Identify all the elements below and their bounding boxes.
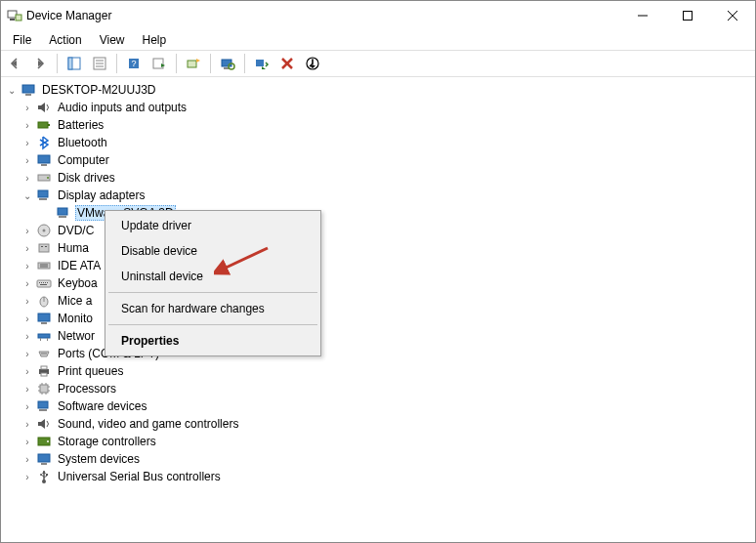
maximize-button[interactable] — [665, 1, 710, 30]
ctx-disable-device[interactable]: Disable device — [107, 238, 318, 264]
svg-rect-56 — [40, 338, 41, 341]
show-hide-tree-button[interactable] — [63, 52, 86, 75]
ctx-uninstall-device[interactable]: Uninstall device — [107, 264, 318, 289]
expand-icon[interactable]: › — [21, 243, 34, 254]
tree-print-queues[interactable]: › Print queues — [3, 362, 755, 380]
collapse-icon[interactable]: ⌄ — [5, 85, 19, 96]
menu-help[interactable]: Help — [135, 32, 175, 48]
expand-icon[interactable]: › — [21, 384, 34, 395]
svg-rect-39 — [41, 246, 43, 247]
tree-storage[interactable]: › Storage controllers — [3, 433, 755, 450]
menu-file[interactable]: File — [5, 32, 39, 48]
expand-icon[interactable]: › — [21, 401, 34, 412]
tree-display-adapters[interactable]: ⌄ Display adapters — [3, 187, 755, 204]
svg-rect-46 — [41, 282, 42, 283]
tree-system-devices[interactable]: › System devices — [3, 450, 755, 468]
tree-label: Disk drives — [56, 171, 117, 185]
expand-icon[interactable]: › — [21, 155, 34, 166]
expand-icon[interactable]: › — [21, 331, 34, 342]
menu-view[interactable]: View — [92, 32, 133, 48]
tree-label: Sound, video and game controllers — [56, 417, 240, 431]
tree-label: Computer — [56, 153, 111, 167]
expand-icon[interactable]: › — [21, 366, 34, 377]
tree-label: DVD/C — [56, 224, 96, 237]
tree-software-devices[interactable]: › Software devices — [3, 397, 755, 415]
tree-label: Universal Serial Bus controllers — [56, 470, 223, 483]
svg-rect-54 — [41, 322, 47, 324]
expand-icon[interactable]: › — [21, 419, 34, 430]
speaker-icon — [36, 100, 52, 115]
svg-rect-8 — [68, 58, 72, 69]
svg-rect-38 — [39, 244, 49, 252]
forward-button[interactable] — [28, 52, 52, 75]
expand-icon[interactable]: › — [21, 261, 34, 272]
update-driver-button[interactable] — [182, 52, 205, 75]
ctx-separator — [108, 292, 317, 293]
expand-icon[interactable]: › — [21, 454, 34, 465]
tree-label: IDE ATA — [56, 259, 103, 272]
tree-label: System devices — [56, 452, 142, 466]
tree-bluetooth[interactable]: › Bluetooth — [3, 134, 755, 151]
svg-point-60 — [45, 353, 46, 354]
scan-hardware-button[interactable] — [216, 52, 239, 75]
tree-label: DESKTOP-M2UUJ3D — [40, 83, 157, 97]
svg-rect-29 — [41, 164, 47, 166]
expand-icon[interactable]: › — [21, 296, 34, 307]
dvd-icon — [36, 223, 52, 238]
system-device-icon — [36, 451, 52, 467]
svg-point-31 — [47, 177, 49, 179]
minimize-button[interactable] — [620, 1, 665, 30]
uninstall-device-button[interactable] — [275, 52, 299, 75]
svg-rect-45 — [39, 282, 40, 283]
svg-rect-4 — [684, 12, 693, 21]
svg-rect-57 — [47, 338, 48, 341]
context-menu: Update driver Disable device Uninstall d… — [105, 210, 321, 356]
tree-audio[interactable]: › Audio inputs and outputs — [3, 99, 755, 116]
back-button[interactable] — [3, 52, 26, 75]
help-button[interactable]: ? — [122, 52, 146, 75]
tree-batteries[interactable]: › Batteries — [3, 116, 755, 134]
device-tree[interactable]: ⌄ DESKTOP-M2UUJ3D › Audio inputs and out… — [1, 77, 755, 542]
expand-icon[interactable]: › — [21, 278, 34, 289]
expand-icon[interactable]: › — [21, 173, 34, 184]
close-button[interactable] — [710, 1, 755, 30]
tree-disk[interactable]: › Disk drives — [3, 169, 755, 187]
menubar: File Action View Help — [1, 30, 755, 50]
toolbar-sep — [116, 54, 117, 73]
properties-button[interactable] — [88, 52, 111, 75]
hid-icon — [36, 240, 52, 256]
tree-processors[interactable]: › Processors — [3, 380, 755, 397]
tree-label: Networ — [56, 329, 97, 343]
ctx-properties[interactable]: Properties — [107, 328, 318, 354]
monitor-icon — [36, 311, 52, 326]
expand-icon[interactable]: › — [21, 313, 34, 324]
tree-sound[interactable]: › Sound, video and game controllers — [3, 415, 755, 433]
ctx-scan-hardware[interactable]: Scan for hardware changes — [107, 296, 318, 321]
svg-rect-27 — [48, 124, 50, 126]
expand-icon[interactable]: › — [21, 437, 34, 447]
tree-label: Bluetooth — [56, 136, 109, 149]
expand-icon[interactable]: › — [21, 103, 34, 113]
svg-rect-32 — [38, 190, 48, 197]
svg-rect-16 — [188, 61, 196, 67]
disable-device-button[interactable] — [250, 52, 273, 75]
disk-icon — [36, 170, 52, 186]
mouse-icon — [36, 293, 52, 309]
ctx-update-driver[interactable]: Update driver — [107, 213, 318, 238]
expand-icon[interactable]: › — [21, 472, 34, 482]
tree-label: Monito — [56, 312, 95, 325]
enable-device-button[interactable] — [301, 52, 324, 75]
collapse-icon[interactable]: ⌄ — [21, 190, 34, 201]
expand-icon[interactable]: › — [21, 138, 34, 148]
expand-icon[interactable]: › — [21, 226, 34, 236]
expand-icon[interactable]: › — [21, 349, 34, 359]
expand-icon[interactable]: › — [21, 120, 34, 131]
menu-action[interactable]: Action — [41, 32, 89, 48]
tree-computer[interactable]: › Computer — [3, 151, 755, 169]
tree-usb[interactable]: › Universal Serial Bus controllers — [3, 468, 755, 485]
bluetooth-icon — [36, 135, 52, 150]
svg-rect-64 — [40, 385, 48, 393]
toolbar-sep — [244, 54, 245, 73]
tree-root[interactable]: ⌄ DESKTOP-M2UUJ3D — [3, 81, 755, 99]
action-button[interactable] — [147, 52, 171, 75]
